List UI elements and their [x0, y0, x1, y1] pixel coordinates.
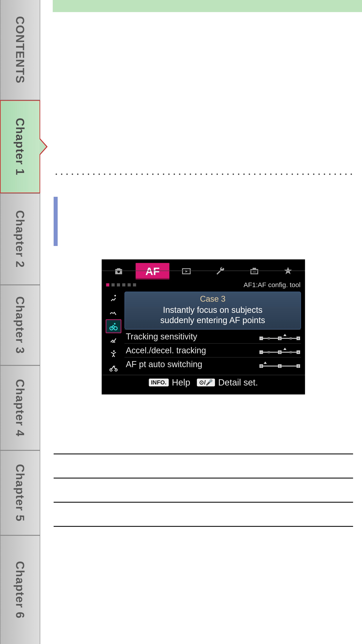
slider-minus-zero-plus: − 0 + — [259, 346, 301, 355]
case-icon-2 — [106, 306, 121, 319]
dot — [122, 283, 125, 286]
dancer-icon — [109, 349, 118, 359]
footer-help-label: Help — [172, 378, 190, 388]
settings-table — [54, 430, 353, 527]
case-icon-6 — [106, 361, 121, 375]
svg-text:−: − — [260, 350, 262, 354]
table-row — [54, 430, 353, 454]
sidebar-item-chapter-4[interactable]: Chapter 4 — [0, 366, 40, 450]
camera-tab-setup — [203, 263, 237, 280]
case-icon-3-selected — [106, 319, 121, 333]
case-main-column: Case 3 Instantly focus on subjects sudde… — [124, 292, 301, 375]
case-icon-4 — [106, 333, 121, 347]
scribble-icon — [109, 308, 118, 317]
footer-detail-set: ⊙/🎤 Detail set. — [197, 378, 258, 388]
dotted-rule — [54, 173, 353, 175]
cfn-icon: ••• — [249, 266, 259, 276]
key-mic-badge: ⊙/🎤 — [197, 378, 215, 386]
camera-tab-mymenu — [271, 263, 305, 280]
dot — [117, 283, 120, 286]
table-row — [54, 454, 353, 478]
svg-rect-3 — [253, 268, 256, 270]
param-accel-decel: Accel./decel. tracking − 0 + — [124, 343, 301, 357]
camera-tab-playback — [169, 263, 203, 280]
svg-text:0: 0 — [260, 364, 262, 368]
runner-icon — [109, 294, 118, 304]
svg-text:−: − — [260, 336, 262, 340]
page-content: AF ••• — [40, 0, 362, 644]
camera-sub-bar: AF1:AF config. tool — [102, 280, 305, 290]
param-label: AF pt auto switching — [124, 360, 259, 369]
camera-subtitle: AF1:AF config. tool — [244, 281, 301, 289]
svg-text:+: + — [298, 350, 299, 354]
camera-tab-af: AF — [136, 263, 170, 280]
sidebar-label: Chapter 2 — [13, 210, 27, 268]
sidebar-label: Chapter 5 — [13, 464, 27, 522]
dot — [128, 283, 131, 286]
camera-top-tabs: AF ••• — [102, 260, 305, 280]
svg-text:1: 1 — [279, 364, 281, 368]
dot-active — [106, 283, 109, 286]
sidebar-item-chapter-3[interactable]: Chapter 3 — [0, 285, 40, 366]
tab-label: AF — [145, 265, 160, 278]
svg-rect-17 — [290, 337, 292, 340]
camera-menu-screenshot: AF ••• — [102, 260, 305, 394]
param-label: Tracking sensitivity — [124, 332, 259, 342]
dot — [133, 283, 136, 286]
sidebar-label: Chapter 6 — [13, 561, 27, 619]
sidebar-label: Chapter 3 — [13, 296, 27, 354]
svg-rect-16 — [268, 337, 270, 340]
star-icon — [283, 266, 293, 276]
table-row — [54, 503, 353, 527]
camera-icon — [113, 266, 124, 276]
sidebar-item-chapter-1[interactable]: Chapter 1 — [0, 100, 40, 193]
camera-tab-shooting — [102, 263, 136, 280]
svg-text:+: + — [298, 336, 299, 340]
paragraph-block — [54, 197, 353, 246]
slider-zero-one-two: 0 1 2 — [259, 360, 301, 369]
svg-rect-26 — [290, 351, 292, 353]
param-label: Accel./decel. tracking — [124, 346, 259, 355]
svg-text:2: 2 — [298, 364, 299, 368]
svg-rect-25 — [268, 351, 270, 353]
camera-page-dots — [106, 283, 136, 286]
sidebar-item-chapter-2[interactable]: Chapter 2 — [0, 193, 40, 285]
table-row — [54, 478, 353, 503]
sidebar-label: Chapter 1 — [13, 118, 27, 176]
param-af-pt-switching: AF pt auto switching 0 1 2 — [124, 357, 301, 371]
slider-minus-zero-plus: − 0 + — [259, 332, 301, 341]
info-badge: INFO. — [149, 378, 169, 386]
sidebar-item-contents[interactable]: CONTENTS — [0, 0, 40, 100]
hurdler-icon — [109, 335, 118, 345]
svg-point-5 — [110, 327, 113, 330]
camera-footer: INFO. Help ⊙/🎤 Detail set. — [102, 375, 305, 390]
chapter-sidebar: CONTENTS Chapter 1 Chapter 2 Chapter 3 C… — [0, 0, 40, 644]
svg-point-6 — [114, 327, 117, 330]
case-description-line-1: Instantly focus on subjects — [128, 305, 298, 315]
case-icon-column — [106, 292, 121, 375]
case-icon-1 — [106, 292, 121, 306]
sidebar-label: CONTENTS — [13, 16, 27, 84]
case-description-line-2: suddenly entering AF points — [128, 315, 298, 326]
sidebar-label: Chapter 4 — [13, 379, 27, 437]
footer-detail-label: Detail set. — [218, 378, 258, 388]
case-description-panel: Case 3 Instantly focus on subjects sudde… — [124, 292, 301, 330]
playback-icon — [181, 266, 192, 276]
case-icon-5 — [106, 347, 121, 361]
cyclist-side-icon — [109, 363, 118, 373]
footer-help: INFO. Help — [149, 378, 190, 388]
sidebar-item-chapter-6[interactable]: Chapter 6 — [0, 535, 40, 644]
dot — [111, 283, 115, 286]
sidebar-item-chapter-5[interactable]: Chapter 5 — [0, 450, 40, 535]
svg-text:0: 0 — [279, 350, 281, 354]
case-title: Case 3 — [128, 294, 298, 304]
paragraph-left-marker — [54, 197, 58, 246]
wrench-icon — [215, 266, 225, 276]
camera-tab-custom-fn: ••• — [237, 263, 271, 280]
param-tracking-sensitivity: Tracking sensitivity − 0 + — [124, 330, 301, 343]
page-header-bar — [53, 0, 362, 12]
cyclist-icon — [109, 321, 118, 331]
svg-text:0: 0 — [279, 337, 281, 340]
